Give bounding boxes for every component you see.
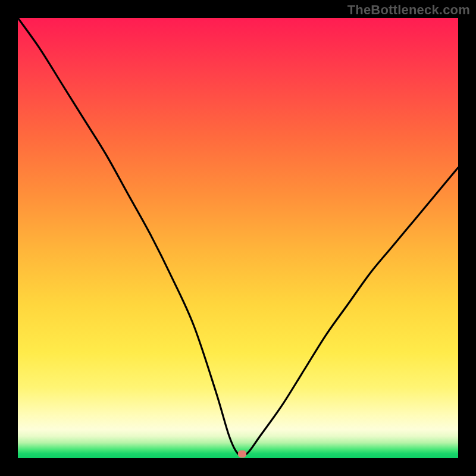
min-marker: [238, 450, 246, 458]
bottleneck-curve: [18, 18, 458, 458]
curve-path: [18, 18, 458, 456]
plot-area: [18, 18, 458, 458]
watermark-text: TheBottleneck.com: [347, 2, 470, 18]
chart-frame: TheBottleneck.com: [0, 0, 476, 476]
